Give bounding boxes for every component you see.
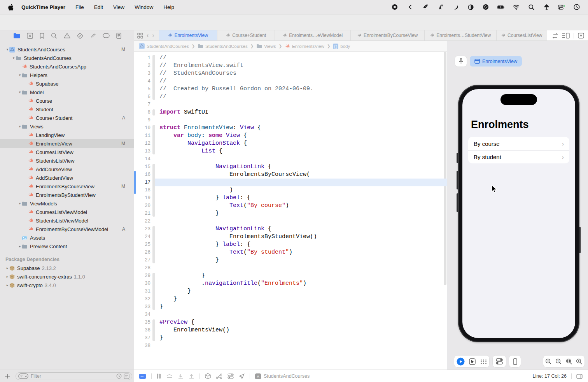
zoom-100-icon[interactable]: 1 [555,358,562,365]
menu-help[interactable]: Help [163,4,174,10]
backup-icon[interactable] [543,4,550,11]
code-line-27[interactable]: 27 } [134,256,447,264]
code-line-24[interactable]: 24 EnrolmentsByStudentView() [134,233,447,241]
navigator-tab-reports[interactable] [116,33,121,39]
tree-item-studentsandcourses[interactable]: ▾StudentsAndCourses [0,54,134,62]
package-item-swift-crypto[interactable]: ▸swift-crypto3.4.0 [0,281,134,289]
preview-target-chip[interactable]: EnrolmentsView [470,56,522,67]
editor-focus-icon[interactable] [139,374,146,379]
switches-icon[interactable] [558,4,565,11]
tree-item-enrolmentsview[interactable]: EnrolmentsViewM [0,139,134,148]
disclosure-open-icon[interactable]: ▾ [18,90,22,94]
jump-bar[interactable]: StudentsAndCourses❯StudentsAndCourses❯Vi… [134,41,447,52]
browser-icon[interactable] [482,4,489,11]
navigator-tab-bookmarks[interactable] [40,33,44,39]
zoom-out-icon[interactable] [545,358,552,365]
code-line-22[interactable]: 22 [134,217,447,225]
code-line-13[interactable]: 13 List { [134,147,447,155]
preview-row-by-course[interactable]: By course› [468,137,569,150]
tree-item-studentslistview[interactable]: StudentsListView [0,156,134,165]
device-settings-button[interactable] [496,358,503,364]
code-line-10[interactable]: 10struct EnrolmentsView: View { [134,124,447,132]
variants-button[interactable] [480,359,487,364]
code-line-34[interactable]: 34 [134,311,447,319]
menu-view[interactable]: View [113,4,124,10]
tree-item-model[interactable]: ▾Model [0,88,134,96]
preview-row-by-student[interactable]: By student› [468,150,569,163]
disclosure-closed-icon[interactable]: ▸ [5,275,9,279]
disclosure-closed-icon[interactable]: ▸ [5,266,9,270]
tree-item-course-student[interactable]: Course+StudentA [0,114,134,122]
back-history-icon[interactable]: ‹ [147,32,149,39]
code-editor[interactable]: 1//2// EnrolmentsView.swift3// StudentsA… [134,52,447,370]
navigator-tab-debug[interactable] [90,33,96,39]
tree-item-viewmodels[interactable]: ▾ViewModels [0,199,134,208]
code-line-12[interactable]: 12 NavigationStack { [134,140,447,147]
code-line-7[interactable]: 7 [134,101,447,109]
code-line-16[interactable]: 16 EnrolmentsByCourseView( [134,171,447,179]
record-icon[interactable] [391,4,398,11]
breadcrumb-item-enrolmentsview[interactable]: EnrolmentsView [285,44,324,49]
disclosure-open-icon[interactable]: ▾ [18,124,22,128]
scm-status-filter-icon[interactable] [124,373,130,379]
disclosure-open-icon[interactable]: ▾ [18,73,22,77]
package-cube-icon[interactable] [205,373,211,379]
code-line-30[interactable]: 30 .navigationTitle("Enrolments") [134,280,447,287]
rocket-icon[interactable] [422,4,429,11]
code-line-25[interactable]: 25 } label: { [134,241,447,249]
package-item-swift-concurrency-extras[interactable]: ▸swift-concurrency-extras1.1.0 [0,272,134,281]
moon-icon[interactable] [452,4,459,11]
swap-editor-icon[interactable] [552,33,558,39]
tree-item-courseslistview[interactable]: CoursesListView [0,148,134,156]
selectable-preview-button[interactable] [469,358,476,365]
code-line-6[interactable]: 6// [134,93,447,101]
code-line-9[interactable]: 9 [134,116,447,124]
code-line-37[interactable]: 37} [134,334,447,342]
tree-item-courseslistviewmodel[interactable]: CoursesListViewModel [0,208,134,216]
disclosure-open-icon[interactable]: ▾ [5,47,9,51]
display-icon[interactable] [467,4,474,11]
disclosure-closed-icon[interactable]: ▸ [5,283,9,287]
code-line-23[interactable]: 23 NavigationLink { [134,225,447,233]
editor-tab-enrolmentsview[interactable]: EnrolmentsView [159,30,217,41]
jump-next-icon[interactable] [166,373,173,379]
package-item-supabase[interactable]: ▸Supabase2.13.2 [0,264,134,272]
zoom-fit-icon[interactable] [566,358,572,365]
code-line-33[interactable]: 33} [134,303,447,311]
disclosure-closed-icon[interactable]: ▸ [18,244,22,248]
code-line-1[interactable]: 1// [134,54,447,62]
tree-item-preview-content[interactable]: ▸Preview Content [0,242,134,251]
tree-item-helpers[interactable]: ▾Helpers [0,71,134,79]
code-line-21[interactable]: 21 } [134,210,447,217]
tree-item-course[interactable]: Course [0,96,134,105]
navigator-tab-find[interactable] [51,33,57,39]
navigator-tab-breakpoints[interactable] [103,33,110,38]
editor-tab-enrolmentsbycourseview[interactable]: EnrolmentsByCourseView [351,30,425,41]
breadcrumb-item-body[interactable]: {}body [333,44,350,49]
tab-overview-icon[interactable] [137,33,143,39]
tree-item-enrolmentsbycourseviewmodel[interactable]: EnrolmentsByCourseViewModelA [0,225,134,233]
disclosure-open-icon[interactable]: ▾ [18,202,22,205]
navigator-tab-changes[interactable] [27,33,33,39]
code-line-8[interactable]: 8import SwiftUI [134,109,447,116]
recent-filter-icon[interactable] [116,373,122,379]
code-line-11[interactable]: 11 var body: some View { [134,132,447,140]
code-line-38[interactable]: 38 [134,342,447,350]
code-line-36[interactable]: 36 EnrolmentsView() [134,326,447,334]
push-up-icon[interactable] [189,373,194,379]
search-icon[interactable] [528,4,535,11]
code-line-26[interactable]: 26 Text("By student") [134,249,447,256]
location-icon[interactable] [437,4,444,11]
tree-item-addcourseview[interactable]: AddCourseView [0,165,134,173]
tree-item-enrolmentsbycourseview[interactable]: EnrolmentsByCourseViewM [0,182,134,191]
code-line-3[interactable]: 3// StudentsAndCourses [134,70,447,77]
pull-down-icon[interactable] [178,373,184,379]
navigator-tab-project[interactable] [13,33,20,39]
navigator-tab-tests[interactable] [77,33,83,39]
pin-preview-button[interactable] [455,56,467,67]
tree-item-views[interactable]: ▾Views [0,122,134,131]
menubar-app-name[interactable]: QuickTime Player [21,4,65,10]
menu-file[interactable]: File [75,4,84,10]
add-editor-icon[interactable] [578,33,584,39]
menu-edit[interactable]: Edit [94,4,103,10]
